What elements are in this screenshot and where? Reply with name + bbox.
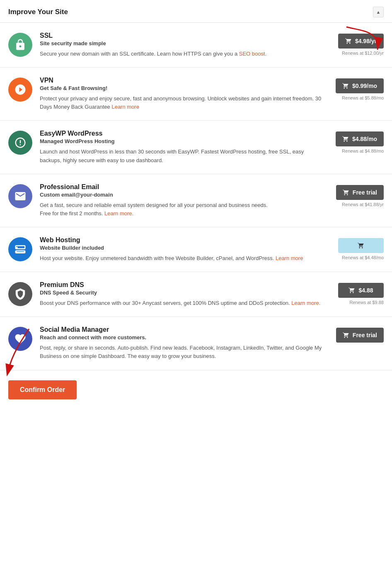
easywp-subtitle: Managed WordPress Hosting <box>40 138 326 144</box>
easywp-add-button[interactable]: $4.88/mo <box>336 131 384 146</box>
vpn-link[interactable]: Learn more <box>111 104 139 110</box>
vpn-icon <box>8 78 32 102</box>
easywp-name: EasyWP WordPress <box>40 130 326 137</box>
email-add-button[interactable]: Free trial <box>336 185 384 200</box>
ssl-action: $4.98/yr Renews at $12.00/yr <box>334 34 384 56</box>
email-action: Free trial Renews at $41.88/yr <box>334 185 384 207</box>
ssl-subtitle: Site security made simple <box>40 40 326 46</box>
hosting-link[interactable]: Learn more <box>276 255 303 261</box>
social-action: Free trial <box>334 328 384 343</box>
dns-name: Premium DNS <box>40 281 326 289</box>
dns-link[interactable]: Learn more. <box>291 300 320 306</box>
vpn-name: VPN <box>40 77 326 84</box>
hosting-action: Renews at $4.48/mo <box>334 238 384 260</box>
product-item-dns: Premium DNS DNS Speed & Security Boost y… <box>0 272 392 317</box>
social-icon <box>8 327 32 351</box>
product-item-ssl: SSL Site security made simple Secure you… <box>0 23 392 68</box>
ssl-link[interactable]: SEO boost. <box>239 51 266 57</box>
dns-action: $4.88 Renews at $9.88 <box>334 283 384 305</box>
dns-info: Premium DNS DNS Speed & Security Boost y… <box>40 281 326 307</box>
vpn-add-button[interactable]: $0.99/mo <box>336 78 384 93</box>
hosting-info: Web Hosting Website Builder included Hos… <box>40 236 326 263</box>
hosting-desc: Host your website. Enjoy unmetered bandw… <box>40 254 326 263</box>
dns-subtitle: DNS Speed & Security <box>40 290 326 296</box>
email-subtitle: Custom email@your-domain <box>40 192 326 198</box>
product-item-email: Professional Email Custom email@your-dom… <box>0 174 392 227</box>
page-title: Improve Your Site <box>8 8 68 16</box>
vpn-renew: Renews at $5.88/mo <box>342 95 384 100</box>
ssl-desc: Secure your new domain with an SSL certi… <box>40 50 326 58</box>
vpn-info: VPN Get Safe & Fast Browsing! Protect yo… <box>40 77 326 111</box>
social-name: Social Media Manager <box>40 326 326 333</box>
product-item-easywp: EasyWP WordPress Managed WordPress Hosti… <box>0 121 392 174</box>
dns-renew: Renews at $9.88 <box>349 300 384 305</box>
easywp-icon <box>8 131 32 155</box>
email-renew: Renews at $41.88/yr <box>342 202 384 207</box>
product-item-hosting: Web Hosting Website Builder included Hos… <box>0 227 392 272</box>
email-name: Professional Email <box>40 183 326 191</box>
page-container: Improve Your Site ▲ SSL <box>0 0 392 412</box>
confirm-order-button[interactable]: Confirm Order <box>8 380 77 399</box>
dns-desc: Boost your DNS performance with our 30+ … <box>40 299 326 307</box>
easywp-desc: Launch and host WordPress in less than 3… <box>40 148 326 164</box>
product-item-vpn: VPN Get Safe & Fast Browsing! Protect yo… <box>0 68 392 121</box>
easywp-renew: Renews at $4.88/mo <box>342 148 384 153</box>
hosting-renew: Renews at $4.48/mo <box>342 255 384 260</box>
vpn-desc: Protect your privacy and enjoy secure, f… <box>40 95 326 111</box>
ssl-renew: Renews at $12.00/yr <box>342 51 384 56</box>
hosting-icon <box>8 237 32 261</box>
ssl-info: SSL Site security made simple Secure you… <box>40 32 326 58</box>
vpn-subtitle: Get Safe & Fast Browsing! <box>40 85 326 91</box>
page-header: Improve Your Site ▲ <box>0 0 392 23</box>
vpn-action: $0.99/mo Renews at $5.88/mo <box>334 78 384 100</box>
email-info: Professional Email Custom email@your-dom… <box>40 183 326 218</box>
dns-add-button[interactable]: $4.88 <box>338 283 384 298</box>
easywp-action: $4.88/mo Renews at $4.88/mo <box>334 131 384 153</box>
social-add-button[interactable]: Free trial <box>336 328 384 343</box>
hosting-add-button[interactable] <box>338 238 384 253</box>
email-desc: Get a fast, secure and reliable email sy… <box>40 201 326 218</box>
hosting-subtitle: Website Builder included <box>40 245 326 251</box>
confirm-section: Confirm Order <box>0 370 392 412</box>
hosting-name: Web Hosting <box>40 236 326 244</box>
social-desc: Post, reply, or share in seconds. Auto-p… <box>40 344 326 360</box>
dns-icon <box>8 282 32 306</box>
ssl-add-button[interactable]: $4.98/yr <box>338 34 384 49</box>
easywp-info: EasyWP WordPress Managed WordPress Hosti… <box>40 130 326 164</box>
ssl-icon <box>8 33 32 57</box>
product-item-social: Social Media Manager Reach and connect w… <box>0 317 392 370</box>
social-subtitle: Reach and connect with more customers. <box>40 334 326 341</box>
product-list: SSL Site security made simple Secure you… <box>0 23 392 370</box>
social-info: Social Media Manager Reach and connect w… <box>40 326 326 360</box>
scroll-up-button[interactable]: ▲ <box>373 7 384 17</box>
ssl-name: SSL <box>40 32 326 39</box>
email-icon <box>8 184 32 208</box>
email-link[interactable]: Learn more. <box>104 210 133 217</box>
